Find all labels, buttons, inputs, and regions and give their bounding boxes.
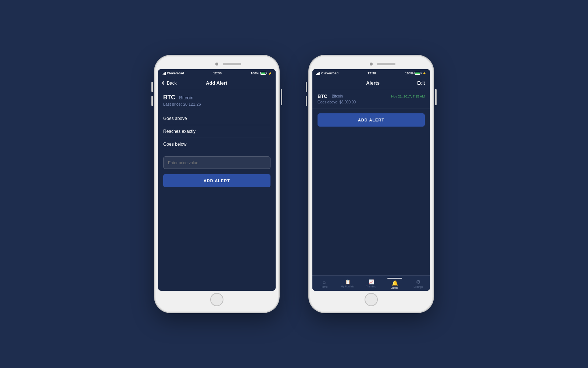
earpiece-speaker <box>223 63 241 65</box>
alert-item-row1: BTC Bitcoin Nov 21, 2017, 7:15 AM <box>318 93 425 99</box>
status-bar-1: Cleverroad 12:30 100% ⚡ <box>158 69 276 77</box>
alerts-icon: 🔔 <box>392 280 398 286</box>
alert-item-coins: BTC Bitcoin <box>318 93 343 99</box>
battery-icon <box>260 72 267 75</box>
tab-portfolio-label: My Portfolio <box>341 285 355 288</box>
edit-button[interactable]: Edit <box>417 81 425 86</box>
tab-portfolio[interactable]: 📋 My Portfolio <box>336 279 359 288</box>
alert-timestamp: Nov 21, 2017, 7:15 AM <box>391 95 425 98</box>
back-label: Back <box>167 81 177 86</box>
alert-coin-name: Bitcoin <box>332 94 343 98</box>
status-time: 12:30 <box>213 71 222 75</box>
volume-up-button-2 <box>306 82 307 92</box>
coin-last-price: Last price: $8,121.26 <box>163 102 270 106</box>
chevron-left-icon <box>162 81 166 85</box>
alerts-nav-bar: Alerts Edit <box>312 77 430 89</box>
status-right-2: 100% ⚡ <box>405 71 426 75</box>
charging-icon-2: ⚡ <box>423 72 426 75</box>
home-button-1[interactable] <box>210 293 223 306</box>
coin-name: Bitcoin <box>179 95 193 100</box>
tab-bar: ⌂ Home 📋 My Portfolio 📈 Trending 🔔 Alert… <box>312 275 430 291</box>
signal-icon-2 <box>316 72 320 75</box>
tab-settings[interactable]: ⚙ Settings <box>406 279 430 288</box>
settings-icon: ⚙ <box>416 279 421 285</box>
status-bar-2: Cleverroad 12:30 100% ⚡ <box>312 69 430 77</box>
front-camera <box>215 63 218 66</box>
alert-options-list: Goes above Reaches exactly Goes below <box>163 112 270 151</box>
phone-1-screen: Cleverroad 12:30 100% ⚡ Back Add Alert <box>158 69 276 291</box>
add-alert-button-1[interactable]: ADD ALERT <box>163 174 270 187</box>
nav-bar-1: Back Add Alert <box>158 77 276 89</box>
add-alert-button-2[interactable]: ADD ALERT <box>318 113 425 127</box>
alert-ticker: BTC <box>318 93 327 99</box>
front-camera-2 <box>370 63 373 66</box>
phone-2-screen: Cleverroad 12:30 100% ⚡ Alerts Edit <box>312 69 430 291</box>
price-input[interactable] <box>163 156 270 169</box>
volume-down-button <box>151 96 153 106</box>
battery-icon-2 <box>415 72 422 75</box>
home-icon: ⌂ <box>323 279 326 285</box>
content-spacer <box>312 131 430 275</box>
power-button-2 <box>435 89 437 105</box>
carrier-name-2: Cleverroad <box>321 71 338 75</box>
alert-option-goes-below[interactable]: Goes below <box>163 138 270 151</box>
charging-icon: ⚡ <box>268 72 272 75</box>
add-alert-wrapper-2: ADD ALERT <box>312 109 430 131</box>
volume-down-button-2 <box>306 96 307 106</box>
carrier-name: Cleverroad <box>167 71 184 75</box>
alerts-active-indicator <box>387 278 402 279</box>
alert-description: Goes above: $8,000.00 <box>318 100 425 104</box>
portfolio-icon: 📋 <box>345 279 351 284</box>
tab-settings-label: Settings <box>413 286 423 288</box>
add-alert-content: BTC Bitcoin Last price: $8,121.26 Goes a… <box>158 89 276 291</box>
phone-2: Cleverroad 12:30 100% ⚡ Alerts Edit <box>309 55 434 313</box>
tab-alerts-label: Alerts <box>391 287 398 289</box>
power-button <box>281 89 282 105</box>
volume-up-button <box>151 82 153 92</box>
nav-title-add-alert: Add Alert <box>177 80 257 86</box>
coin-ticker-row: BTC Bitcoin <box>163 94 270 101</box>
phone-top <box>158 59 276 69</box>
battery-percent: 100% <box>251 71 259 75</box>
signal-icon <box>162 72 166 75</box>
tab-alerts[interactable]: 🔔 Alerts <box>383 278 406 289</box>
earpiece-speaker-2 <box>377 63 395 65</box>
alert-option-goes-above[interactable]: Goes above <box>163 112 270 125</box>
tab-trending[interactable]: 📈 Trending <box>359 279 383 288</box>
tab-home-label: Home <box>321 286 328 288</box>
home-button-2[interactable] <box>365 293 378 306</box>
tab-trending-label: Trending <box>366 285 376 288</box>
coin-ticker: BTC <box>163 94 175 100</box>
phone-top-2 <box>312 59 430 69</box>
tab-home[interactable]: ⌂ Home <box>312 279 336 288</box>
alert-list-item[interactable]: BTC Bitcoin Nov 21, 2017, 7:15 AM Goes a… <box>312 89 430 109</box>
trending-icon: 📈 <box>369 279 374 284</box>
status-right: 100% ⚡ <box>251 71 272 75</box>
status-left: Cleverroad <box>162 71 184 75</box>
battery-percent-2: 100% <box>405 71 413 75</box>
status-left-2: Cleverroad <box>316 71 338 75</box>
back-button[interactable]: Back <box>162 81 177 86</box>
alert-option-reaches-exactly[interactable]: Reaches exactly <box>163 125 270 138</box>
coin-header: BTC Bitcoin Last price: $8,121.26 <box>163 94 270 106</box>
alerts-nav-title: Alerts <box>366 80 380 86</box>
status-time-2: 12:30 <box>368 71 376 75</box>
phone-1: Cleverroad 12:30 100% ⚡ Back Add Alert <box>154 55 279 313</box>
